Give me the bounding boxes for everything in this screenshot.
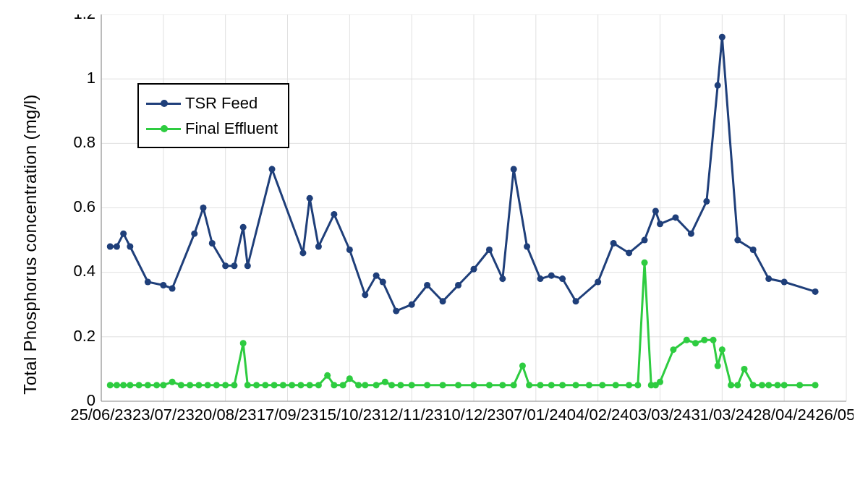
data-point <box>340 382 346 388</box>
data-point <box>120 231 127 237</box>
data-point <box>781 279 788 286</box>
data-point <box>178 382 184 388</box>
data-point <box>127 244 133 250</box>
data-point <box>240 224 247 231</box>
data-point <box>362 382 368 388</box>
data-point <box>486 382 493 388</box>
data-point <box>765 382 772 388</box>
x-tick-label: 17/09/23 <box>257 406 319 424</box>
data-point <box>595 279 601 286</box>
data-point <box>355 382 362 388</box>
data-point <box>409 301 415 308</box>
data-point <box>537 275 543 282</box>
data-point <box>324 372 331 379</box>
data-point <box>626 382 632 388</box>
data-point <box>750 247 757 253</box>
data-point <box>209 240 216 247</box>
x-tick-label: 26/05/24 <box>815 406 854 424</box>
data-point <box>672 214 678 221</box>
y-tick-label: 0.2 <box>73 327 95 345</box>
y-axis-title: Total Phosphorus concentration (mg/l) <box>20 94 41 394</box>
data-point <box>107 244 114 250</box>
data-point <box>195 382 202 388</box>
data-point <box>710 337 717 343</box>
x-tick-label: 20/08/23 <box>195 406 257 424</box>
data-point <box>734 237 741 244</box>
data-point <box>573 382 579 388</box>
data-point <box>280 382 286 388</box>
data-point <box>728 382 734 388</box>
data-point <box>160 382 166 388</box>
x-tick-label: 23/07/23 <box>132 406 195 424</box>
data-point <box>388 382 395 388</box>
chart-svg: 00.20.40.60.811.225/06/2323/07/2320/08/2… <box>65 14 854 430</box>
data-point <box>373 382 380 388</box>
x-tick-label: 04/02/24 <box>567 406 629 424</box>
data-point <box>440 298 446 304</box>
data-point <box>231 382 237 388</box>
data-point <box>145 382 151 388</box>
data-point <box>253 382 260 388</box>
data-point <box>297 382 304 388</box>
x-tick-label: 07/01/24 <box>505 406 567 424</box>
x-tick-label: 15/10/23 <box>319 406 381 424</box>
data-point <box>642 260 648 266</box>
data-point <box>169 285 176 291</box>
data-point <box>240 340 247 346</box>
data-point <box>160 282 166 288</box>
data-point <box>382 379 388 385</box>
data-point <box>231 262 237 269</box>
data-point <box>692 340 699 346</box>
data-point <box>559 275 566 282</box>
data-point <box>688 231 694 237</box>
y-tick-label: 0.6 <box>73 197 95 215</box>
data-point <box>774 382 780 388</box>
data-point <box>548 382 555 388</box>
data-point <box>599 382 605 388</box>
data-point <box>573 298 579 304</box>
data-point <box>315 244 322 250</box>
data-point <box>114 244 120 250</box>
data-point <box>114 382 120 388</box>
data-point <box>715 362 721 369</box>
data-point <box>657 221 663 227</box>
data-point <box>315 382 322 388</box>
y-tick-label: 1.2 <box>73 14 95 22</box>
data-point <box>393 308 399 314</box>
legend-label: Final Effluent <box>185 116 278 141</box>
data-point <box>424 282 430 288</box>
data-point <box>397 382 404 388</box>
data-point <box>200 205 207 211</box>
data-point <box>499 275 506 282</box>
legend-glyph-icon <box>146 97 181 110</box>
data-point <box>812 288 819 295</box>
data-point <box>684 337 690 343</box>
data-point <box>526 382 532 388</box>
data-point <box>642 237 648 244</box>
data-point <box>373 273 380 279</box>
data-point <box>701 337 707 343</box>
legend-item: TSR Feed <box>146 90 278 116</box>
legend-glyph-icon <box>146 122 181 135</box>
data-point <box>127 382 133 388</box>
data-point <box>750 382 757 388</box>
data-point <box>307 382 313 388</box>
data-point <box>346 375 353 382</box>
data-point <box>346 247 353 253</box>
data-point <box>781 382 788 388</box>
data-point <box>670 346 676 353</box>
data-point <box>145 279 151 286</box>
data-point <box>511 382 517 388</box>
data-point <box>107 382 114 388</box>
legend: TSR FeedFinal Effluent <box>137 83 289 148</box>
data-point <box>759 382 765 388</box>
data-point <box>499 382 506 388</box>
x-tick-label: 28/04/24 <box>753 406 815 424</box>
data-point <box>424 382 430 388</box>
data-point <box>812 382 819 388</box>
data-point <box>244 382 251 388</box>
data-point <box>120 382 127 388</box>
data-point <box>455 282 461 288</box>
data-point <box>169 379 176 385</box>
data-point <box>222 262 229 269</box>
